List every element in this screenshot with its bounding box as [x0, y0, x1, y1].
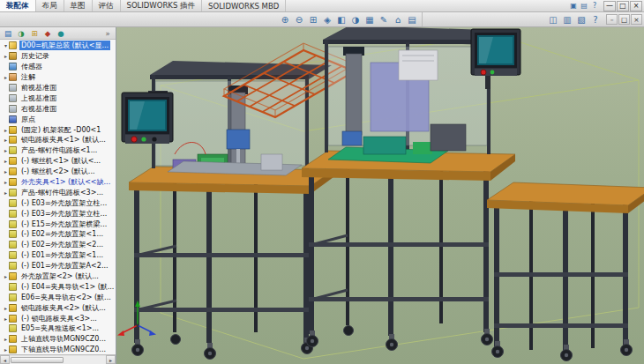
doc-minimize-button[interactable]: –	[606, 14, 618, 25]
quick-help-icon[interactable]: ?	[589, 13, 602, 26]
tree-item[interactable]: 右视基准面	[0, 103, 116, 114]
command-tab-label: SOLIDWORKS 插件	[127, 1, 196, 11]
scroll-track[interactable]	[10, 356, 106, 364]
tree-item-icon	[9, 146, 17, 154]
doc-restore-button[interactable]: □	[618, 14, 630, 25]
expand-arrow-icon[interactable]: ▸	[3, 346, 9, 353]
expand-arrow-icon[interactable]: ▸	[3, 273, 9, 279]
new-window-icon[interactable]: ◫	[547, 13, 559, 26]
scroll-left-button[interactable]: ◂	[0, 355, 10, 364]
dimxpert-tab[interactable]: ◆	[42, 29, 53, 38]
tree-item[interactable]: ▸ 产品-螺钉件电路板<3>...	[0, 187, 116, 197]
tree-item[interactable]: ▾ D00=机架总装 (默认<显...	[0, 41, 116, 51]
tree-item[interactable]: ▸ 下轴直线导轨MGN9CZ0...	[0, 345, 116, 354]
tree-item[interactable]: ▸ 产品-螺钉件电路板<1...	[0, 145, 116, 156]
command-tab[interactable]: SOLIDWORKS MBD	[202, 0, 286, 11]
tree-item[interactable]: ▸ 外壳夹具<1> (默认<<缺...	[0, 177, 116, 188]
featuremanager-tree-tab[interactable]: ▤	[3, 29, 13, 38]
tree-item-icon	[9, 324, 17, 332]
tree-item[interactable]: ▸ 上轴直线导轨MGN9CZ0...	[0, 334, 116, 345]
expand-arrow-icon[interactable]: ▸	[3, 127, 9, 133]
task-pane-icon[interactable]: ▧	[575, 13, 588, 26]
apply-scene-icon[interactable]: ⌂	[392, 13, 404, 26]
tree-item[interactable]: ▸ 外壳放置架<2> (默认...	[0, 271, 116, 282]
tree-item-label: 下轴直线导轨MGN9CZ0...	[19, 345, 108, 354]
tree-item[interactable]: ▸ (-) 螺丝机<1> (默认<...	[0, 156, 116, 167]
tree-item[interactable]: (-) E03=外壳放置架立柱...	[0, 208, 116, 219]
expand-arrow-icon[interactable]: ▾	[3, 42, 9, 48]
expand-arrow-icon[interactable]: ▸	[3, 74, 9, 80]
tree-item[interactable]: (-) E04=夹具导轨<1> (默...	[0, 281, 116, 292]
tile-windows-icon[interactable]: ▥	[561, 13, 573, 26]
tree-item-label: (-) E03=外壳放置架立柱...	[19, 198, 109, 208]
zoom-in-icon[interactable]: ⊕	[279, 13, 291, 26]
expand-arrow-icon[interactable]: ▸	[3, 189, 9, 196]
command-tab[interactable]: 评估	[93, 0, 121, 11]
tree-item[interactable]: 原点	[0, 114, 116, 124]
tree-item-icon	[9, 84, 17, 92]
expand-arrow-icon[interactable]: ▸	[3, 137, 9, 143]
propertymanager-tab[interactable]: ◑	[16, 29, 26, 38]
tree-item[interactable]: (-) E03=外壳放置架立柱...	[0, 197, 116, 208]
expand-arrow-icon[interactable]: ▸	[3, 179, 9, 185]
zoom-to-fit-icon[interactable]: ⊞	[307, 13, 319, 26]
tree-item[interactable]: 传感器	[0, 62, 116, 72]
expand-arrow-icon[interactable]: ▸	[3, 168, 9, 175]
expand-arrow-icon[interactable]: ▸	[3, 305, 9, 311]
panel-expand-icon[interactable]: »	[102, 29, 113, 38]
command-tab[interactable]: 草图	[64, 0, 93, 11]
view-toolbar: ⊕⊖⊞◈◧◑▦✎⌂▤ ◫▥▧? –□×	[0, 12, 644, 27]
tree-item[interactable]: ▸ (-) 锁电路板夹具<3>...	[0, 313, 116, 323]
displaymanager-tab[interactable]: ●	[56, 29, 66, 38]
tree-item-icon	[9, 105, 17, 113]
expand-arrow-icon[interactable]: ▸	[3, 53, 9, 59]
expand-arrow-icon[interactable]: ▸	[3, 316, 9, 322]
tree-item[interactable]: ▸ (固定) 机架装配 -D00<1	[0, 124, 116, 135]
tree-item[interactable]: ▸ 注解	[0, 72, 116, 83]
tree-item[interactable]: (-) E01=外壳放置架<1...	[0, 250, 116, 261]
tree-item[interactable]: (-) E02=外壳放置架<1...	[0, 229, 116, 240]
command-tab[interactable]: SOLIDWORKS 插件	[121, 0, 203, 11]
tree-item-icon	[9, 315, 17, 323]
tree-item[interactable]: (-) E15=外壳放置架横梁...	[0, 219, 116, 229]
tree-item[interactable]: 上视基准面	[0, 93, 116, 103]
tree-item-icon	[9, 199, 17, 207]
edit-appearance-icon[interactable]: ✎	[378, 13, 390, 26]
scroll-thumb[interactable]	[11, 357, 64, 363]
tree-item[interactable]: ▸ 锁电路板夹具<1> (默认...	[0, 135, 116, 145]
zoom-out-icon[interactable]: ⊖	[293, 13, 305, 26]
tree-item[interactable]: ▸ 历史记录	[0, 51, 116, 62]
expand-arrow-icon[interactable]: ▸	[3, 336, 9, 342]
tree-item[interactable]: (-) E02=外壳放置架<2...	[0, 240, 116, 250]
expand-arrow-icon[interactable]: ▸	[3, 147, 9, 153]
help-icon[interactable]: ?	[590, 2, 599, 10]
tree-item-label: (-) E04=夹具导轨<1> (默...	[19, 282, 116, 292]
file-menu-icon[interactable]: ▤	[580, 2, 588, 10]
tree-item[interactable]: E06=夹具导轨右<2> (默...	[0, 292, 116, 302]
scroll-right-button[interactable]: ▸	[106, 355, 116, 364]
minimize-button[interactable]: —	[603, 1, 616, 11]
tree-item-label: 注解	[19, 72, 37, 82]
close-button[interactable]: ×	[630, 1, 642, 11]
view-settings-icon[interactable]: ▤	[406, 13, 418, 26]
command-tab[interactable]: 装配体	[0, 0, 36, 11]
options-icon[interactable]: ▣	[569, 2, 578, 10]
configurationmanager-tab[interactable]: ⊞	[29, 29, 40, 38]
tree-item[interactable]: (-) E01=外壳放置架A<2...	[0, 261, 116, 271]
restore-button[interactable]: □	[617, 1, 629, 11]
tree-item[interactable]: E05=夹具推送板<1>...	[0, 323, 116, 334]
tree-item[interactable]: ▸ 锁电路板夹具<2> (默认...	[0, 302, 116, 313]
tree-item-label: 锁电路板夹具<1> (默认...	[19, 135, 108, 145]
hide-show-items-icon[interactable]: ▦	[363, 13, 376, 26]
tree-item[interactable]: ▸ (-) 螺丝机<2> (默认...	[0, 167, 116, 177]
tree-item[interactable]: 前视基准面	[0, 83, 116, 93]
view-orientation-icon[interactable]: ◈	[321, 13, 333, 26]
section-view-icon[interactable]: ◧	[335, 13, 348, 26]
tree-horizontal-scrollbar[interactable]: ◂ ▸	[0, 354, 116, 364]
display-style-icon[interactable]: ◑	[349, 13, 362, 26]
tree-item-icon	[9, 126, 17, 134]
command-tab[interactable]: 布局	[36, 0, 64, 11]
graphics-viewport[interactable]	[116, 27, 644, 364]
doc-close-button[interactable]: ×	[631, 14, 642, 25]
expand-arrow-icon[interactable]: ▸	[3, 158, 9, 164]
